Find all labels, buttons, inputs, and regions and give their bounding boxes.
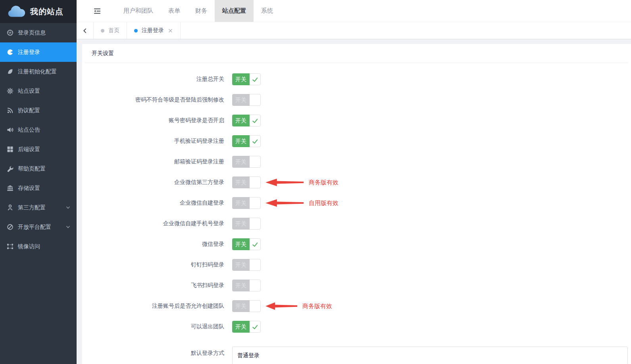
- toggle-allow-create-team[interactable]: 开关: [232, 300, 261, 312]
- sidebar-item-third-party-config[interactable]: 第三方配置: [0, 198, 77, 217]
- sidebar-item-site-announcement[interactable]: 站点公告: [0, 120, 77, 140]
- sidebar-item-label: 后端设置: [18, 146, 40, 153]
- toggle-register-master-switch[interactable]: 开关: [232, 73, 261, 85]
- form-row-allow-create-team: 注册账号后是否允许创建团队开关商务版有效: [82, 300, 631, 312]
- object-group-icon: [7, 243, 13, 250]
- sidebar-item-label: 登录页信息: [18, 29, 46, 36]
- form-label: 企业微信自建手机号登录: [82, 220, 232, 227]
- nav-item-users-teams[interactable]: 用户和团队: [116, 0, 161, 22]
- sidebar-item-site-settings[interactable]: 站点设置: [0, 81, 77, 101]
- form-row-feishu-scan-login: 飞书扫码登录开关: [82, 280, 631, 291]
- toggle-account-password-login[interactable]: 开关: [232, 115, 261, 126]
- form-row-register-master-switch: 注册总开关开关: [82, 73, 631, 85]
- arrow-left-icon: [265, 178, 304, 187]
- nav-item-site-config[interactable]: 站点配置: [215, 0, 254, 22]
- form-label: 手机验证码登录注册: [82, 138, 232, 145]
- sidebar-item-help-page-config[interactable]: 帮助页配置: [0, 159, 77, 178]
- tab-home[interactable]: 首页: [94, 22, 127, 39]
- form-row-can-quit-team: 可以退出团队开关: [82, 321, 631, 333]
- nav-item-finance[interactable]: 财务: [188, 0, 215, 22]
- cloud-logo-icon: [6, 5, 26, 18]
- leaf-icon: [7, 68, 13, 75]
- sidebar-item-label: 开放平台配置: [18, 224, 51, 231]
- form-label: 注册账号后是否允许创建团队: [82, 303, 232, 310]
- form-row-wecom-self-built-phone-login: 企业微信自建手机号登录开关: [82, 218, 631, 230]
- toggle-text: 开关: [232, 218, 250, 230]
- toggle-can-quit-team[interactable]: 开关: [232, 321, 261, 333]
- form-row-dingtalk-scan-login: 钉钉扫码登录开关: [82, 259, 631, 271]
- form-label: 可以退出团队: [82, 323, 232, 330]
- bank-icon: [7, 185, 13, 192]
- form-label: 钉钉扫码登录: [82, 261, 232, 268]
- sidebar-item-label: 镜像访问: [18, 243, 40, 250]
- sidebar-item-mirror-access[interactable]: 镜像访问: [0, 237, 77, 256]
- form-label: 企业微信第三方登录: [82, 179, 232, 186]
- toggle-text: 开关: [232, 238, 250, 250]
- toggle-feishu-scan-login[interactable]: 开关: [232, 280, 261, 291]
- toggle-wechat-login[interactable]: 开关: [232, 238, 261, 250]
- toggle-text: 开关: [232, 176, 250, 188]
- toggle-text: 开关: [232, 280, 250, 291]
- close-icon[interactable]: [168, 28, 173, 33]
- person-icon: [7, 204, 13, 211]
- form-label: 注册总开关: [82, 76, 232, 83]
- toggle-state-box: [250, 94, 261, 106]
- annotation-text: 商务版有效: [309, 179, 339, 186]
- tab-dot: [101, 29, 104, 33]
- tabs-back-button[interactable]: [77, 22, 94, 39]
- select-value: 普通登录: [237, 352, 260, 359]
- toggle-dingtalk-scan-login[interactable]: 开关: [232, 259, 261, 271]
- toggle-phone-code-login[interactable]: 开关: [232, 135, 261, 147]
- sidebar-item-label: 协议配置: [18, 107, 40, 114]
- sidebar-item-label: 站点公告: [18, 126, 40, 134]
- nav-item-system[interactable]: 系统: [254, 0, 281, 22]
- logo: 我的站点: [0, 0, 77, 23]
- menu-fold-icon[interactable]: [94, 8, 101, 15]
- toggle-state-box: [250, 135, 261, 147]
- form-row-password-force-change: 密码不符合等级是否登陆后强制修改开关: [82, 94, 631, 106]
- toggle-state-box: [250, 218, 261, 230]
- toggle-state-box: [250, 197, 261, 209]
- nav-item-forms[interactable]: 表单: [161, 0, 188, 22]
- form-label: 飞书扫码登录: [82, 282, 232, 289]
- toggle-state-box: [250, 321, 261, 333]
- switch-form: 注册总开关开关密码不符合等级是否登陆后强制修改开关账号密码登录是否开启开关手机验…: [82, 63, 631, 364]
- sidebar-item-register-login[interactable]: 注册登录: [0, 42, 77, 62]
- toggle-email-code-login[interactable]: 开关: [232, 156, 261, 168]
- switch-settings-panel: 开关设置 注册总开关开关密码不符合等级是否登陆后强制修改开关账号密码登录是否开启…: [82, 44, 631, 364]
- toggle-text: 开关: [232, 94, 250, 106]
- toggle-text: 开关: [232, 321, 250, 333]
- default-login-method-select[interactable]: 普通登录: [232, 347, 628, 364]
- toggle-wecom-third-party-login[interactable]: 开关: [232, 176, 261, 188]
- sidebar-item-login-page-info[interactable]: 登录页信息: [0, 23, 77, 42]
- form-row-default-login-method: 默认登录方式普通登录: [82, 341, 631, 364]
- wrench-icon: [7, 165, 13, 172]
- sidebar-item-register-init-config[interactable]: 注册初始化配置: [0, 62, 77, 81]
- form-row-phone-code-login: 手机验证码登录注册开关: [82, 135, 631, 147]
- sidebar-item-storage-settings[interactable]: 存储设置: [0, 178, 77, 198]
- toggle-wecom-self-built-phone-login[interactable]: 开关: [232, 218, 261, 230]
- tab-register-login[interactable]: 注册登录: [127, 22, 181, 39]
- sidebar-item-label: 注册初始化配置: [18, 68, 57, 75]
- toggle-text: 开关: [232, 197, 250, 209]
- speaker-icon: [7, 126, 13, 133]
- sidebar-item-open-platform-config[interactable]: 开放平台配置: [0, 217, 77, 237]
- arrow-left-icon: [265, 301, 297, 311]
- football-icon: [7, 29, 13, 36]
- toggle-password-force-change[interactable]: 开关: [232, 94, 261, 106]
- sidebar-item-label: 注册登录: [18, 49, 40, 56]
- toggle-wecom-self-built-login[interactable]: 开关: [232, 197, 261, 209]
- form-label: 邮箱验证码登录注册: [82, 158, 232, 165]
- sidebar-item-protocol-config[interactable]: 协议配置: [0, 101, 77, 120]
- toggle-state-box: [250, 300, 261, 312]
- annotation: 商务版有效: [265, 178, 339, 187]
- sidebar-item-backend-settings[interactable]: 后端设置: [0, 140, 77, 159]
- form-row-wecom-third-party-login: 企业微信第三方登录开关商务版有效: [82, 176, 631, 188]
- toggle-text: 开关: [232, 115, 250, 126]
- panel-title: 开关设置: [82, 44, 631, 63]
- annotation-text: 自用版有效: [309, 199, 339, 207]
- form-label: 密码不符合等级是否登陆后强制修改: [82, 96, 232, 103]
- sidebar-item-label: 存储设置: [18, 185, 40, 192]
- sidebar-item-label: 站点设置: [18, 88, 40, 95]
- form-row-wecom-self-built-login: 企业微信自建登录开关自用版有效: [82, 197, 631, 209]
